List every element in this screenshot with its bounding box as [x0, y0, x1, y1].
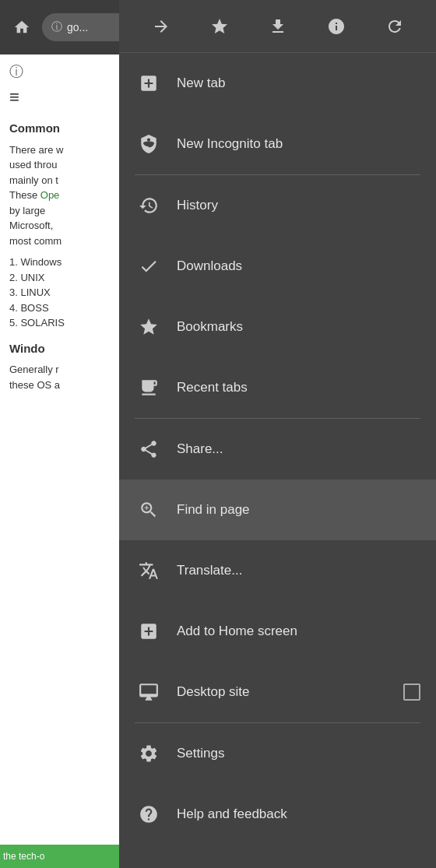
history-icon [135, 192, 163, 220]
downloads-icon [135, 252, 163, 280]
menu-items-container: New tab New Incognito tab History Downlo… [119, 53, 436, 868]
home-icon[interactable] [8, 13, 36, 41]
translate-label: Translate... [177, 563, 420, 578]
new-tab-label: New tab [177, 76, 420, 91]
find-icon [135, 496, 163, 524]
add-to-home-label: Add to Home screen [177, 624, 420, 639]
menu-item-recent-tabs[interactable]: Recent tabs [119, 357, 436, 418]
page-info-icon: ⓘ [9, 62, 111, 81]
menu-item-downloads[interactable]: Downloads [119, 236, 436, 297]
menu-refresh-icon[interactable] [378, 9, 412, 44]
help-icon [135, 800, 163, 828]
menu-item-translate[interactable]: Translate... [119, 540, 436, 601]
share-icon [135, 435, 163, 463]
menu-forward-icon[interactable] [144, 9, 178, 44]
settings-label: Settings [177, 746, 420, 761]
incognito-icon [135, 130, 163, 158]
page-background: ⓘ ≡ Common There are w used throu mainly… [0, 54, 121, 868]
downloads-label: Downloads [177, 258, 420, 274]
incognito-label: New Incognito tab [177, 136, 420, 152]
dropdown-menu: New tab New Incognito tab History Downlo… [119, 0, 436, 868]
menu-item-desktop-site[interactable]: Desktop site [119, 662, 436, 722]
desktop-site-checkbox[interactable] [403, 684, 420, 701]
page-heading1: Common [9, 120, 111, 138]
add-home-icon [135, 617, 163, 645]
new-tab-icon [135, 69, 163, 97]
help-feedback-label: Help and feedback [177, 807, 420, 822]
address-text: go... [67, 21, 88, 33]
menu-item-new-tab[interactable]: New tab [119, 53, 436, 114]
menu-item-help[interactable]: Help and feedback [119, 784, 436, 845]
menu-download-icon[interactable] [261, 9, 295, 44]
menu-item-share[interactable]: Share... [119, 419, 436, 480]
page-text: Common There are w used throu mainly on … [9, 120, 111, 392]
bookmarks-label: Bookmarks [177, 319, 420, 335]
recent-tabs-icon [135, 374, 163, 402]
translate-icon [135, 557, 163, 585]
desktop-site-label: Desktop site [177, 684, 403, 700]
settings-icon [135, 740, 163, 768]
menu-item-add-to-home[interactable]: Add to Home screen [119, 601, 436, 662]
desktop-icon [135, 678, 163, 706]
page-heading2: Windo [9, 340, 111, 358]
menu-toolbar [119, 0, 436, 53]
green-bar-text: the tech-o [0, 851, 44, 862]
menu-info-icon[interactable] [319, 9, 353, 44]
menu-item-incognito[interactable]: New Incognito tab [119, 114, 436, 174]
menu-bookmark-icon[interactable] [202, 9, 237, 44]
menu-item-settings[interactable]: Settings [119, 723, 436, 784]
hamburger-icon: ≡ [9, 87, 111, 107]
share-label: Share... [177, 441, 420, 457]
menu-item-find-in-page[interactable]: Find in page [119, 480, 436, 540]
recent-tabs-label: Recent tabs [177, 380, 420, 395]
find-in-page-label: Find in page [177, 502, 420, 518]
menu-item-bookmarks[interactable]: Bookmarks [119, 297, 436, 357]
menu-item-history[interactable]: History [119, 175, 436, 236]
bookmarks-icon [135, 313, 163, 341]
green-bar: the tech-o [0, 845, 121, 868]
history-label: History [177, 198, 420, 213]
